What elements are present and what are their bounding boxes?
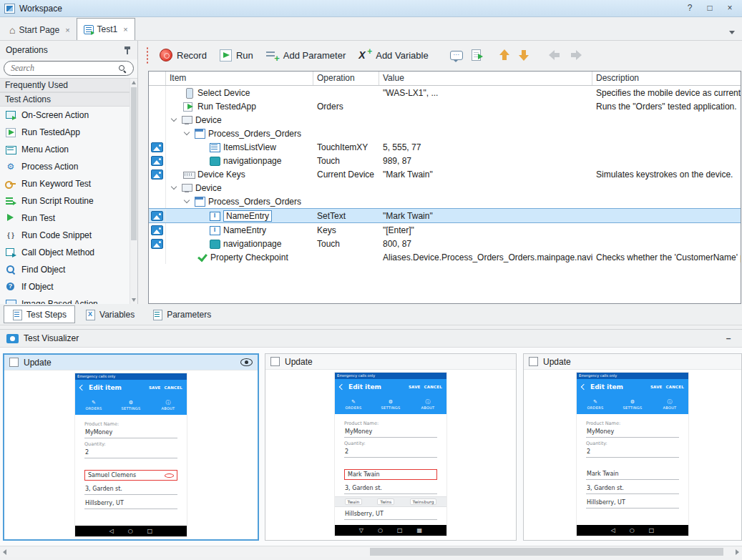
help-button[interactable]: ? — [682, 2, 698, 15]
table-row[interactable]: NameEntry Keys "[Enter]" — [149, 223, 741, 237]
minimize-visualizer-button[interactable]: – — [721, 333, 736, 343]
sidebar-item-run-code-snippet[interactable]: { }Run Code Snippet — [0, 227, 137, 244]
chevron-down-icon[interactable] — [170, 116, 178, 124]
visualizer-thumb-icon[interactable] — [151, 225, 163, 235]
run-testedapp-icon — [183, 102, 195, 111]
close-tab-icon[interactable]: × — [123, 25, 127, 34]
add-comment-button[interactable]: ··· — [446, 48, 467, 63]
column-header-item[interactable]: Item — [166, 72, 313, 85]
search-input[interactable] — [11, 63, 115, 74]
close-button[interactable]: × — [722, 2, 738, 15]
sidebar-item-run-test[interactable]: Run Test — [0, 210, 137, 227]
table-row[interactable]: Device — [149, 113, 741, 127]
visualizer-thumb-icon[interactable] — [151, 142, 163, 152]
group-test-actions[interactable]: Test Actions — [0, 92, 137, 107]
visualizer-thumb-icon[interactable] — [151, 156, 163, 166]
sidebar-item-call-object-method[interactable]: Call Object Method — [0, 244, 137, 261]
app-icon — [4, 4, 15, 14]
indent-left-button[interactable] — [545, 47, 565, 64]
visualizer-panel-header: Update — [4, 355, 258, 370]
table-row[interactable]: Select Device "WAS-LX1", ... Specifies t… — [149, 86, 741, 99]
move-down-button[interactable] — [515, 46, 533, 64]
tab-test1[interactable]: Test1 × — [77, 18, 135, 40]
gutter-cell — [149, 195, 166, 208]
sidebar-item-if-object[interactable]: If Object — [0, 278, 137, 295]
horizontal-scrollbar[interactable] — [0, 546, 742, 557]
column-header-operation[interactable]: Operation — [313, 72, 379, 85]
visualizer-panel[interactable]: Update Emergency calls only Edit item SA… — [265, 353, 517, 541]
chevron-down-icon[interactable] — [170, 184, 178, 192]
tab-list-chevron-icon[interactable] — [729, 31, 735, 34]
run-testedapp-icon — [5, 127, 16, 137]
sidebar-item-run-testedapp[interactable]: Run TestedApp — [0, 124, 137, 141]
eye-icon[interactable] — [240, 358, 253, 366]
scrollbar-thumb[interactable] — [370, 548, 723, 556]
add-parameter-button[interactable]: Add Parameter — [261, 47, 351, 64]
sidebar-item-image-based-action[interactable]: Image Based Action — [0, 295, 137, 304]
update-checkbox[interactable] — [9, 358, 19, 367]
tab-test-steps[interactable]: Test Steps — [4, 305, 75, 323]
table-row[interactable]: ItemsListView TouchItemXY 5, 555, 77 — [149, 140, 741, 154]
group-frequently-used[interactable]: Frequently Used — [0, 78, 137, 92]
visualizer-thumb-icon[interactable] — [151, 211, 163, 221]
close-tab-icon[interactable]: × — [65, 26, 69, 34]
visualizer-panel[interactable]: Update Emergency calls only Edit item SA… — [523, 353, 742, 541]
text-entry-icon — [209, 225, 220, 235]
visualizer-thumb-icon[interactable] — [151, 239, 163, 249]
update-checkbox[interactable] — [270, 357, 280, 366]
table-row[interactable]: Property Checkpoint Aliases.Device.Proce… — [149, 250, 741, 264]
add-parameter-icon — [266, 50, 279, 61]
record-button[interactable]: Record — [155, 46, 212, 64]
text-entry-icon — [209, 211, 220, 220]
sidebar-scrollbar[interactable] — [130, 79, 137, 304]
pin-icon[interactable] — [123, 46, 132, 54]
device-icon — [181, 183, 192, 192]
restore-button[interactable]: □ — [702, 2, 718, 15]
indent-right-button[interactable] — [566, 47, 586, 64]
update-checkbox[interactable] — [529, 357, 538, 366]
tab-start-page[interactable]: ⌂ Start Page × — [3, 19, 77, 40]
copy-step-button[interactable] — [468, 46, 484, 64]
toolbar-drag-handle[interactable] — [146, 46, 149, 64]
search-box[interactable] — [4, 61, 134, 76]
tab-parameters[interactable]: Parameters — [145, 305, 219, 323]
code-snippet-icon: { } — [5, 230, 16, 240]
run-button[interactable]: Run — [215, 46, 258, 64]
sidebar-item-run-keyword-test[interactable]: Run Keyword Test — [0, 175, 137, 192]
table-row[interactable]: Run TestedApp Orders Runs the "Orders" t… — [149, 99, 741, 113]
scroll-down-icon[interactable] — [132, 298, 136, 302]
scroll-right-icon[interactable] — [736, 549, 739, 555]
table-row-selected[interactable]: NameEntry SetText "Mark Twain" — [149, 208, 741, 223]
operations-panel: Operations Frequently Used Test Actions … — [0, 41, 138, 304]
sidebar-item-menu-action[interactable]: Menu Action — [0, 141, 137, 158]
table-row[interactable]: Process_Orders_Orders — [149, 127, 741, 140]
sidebar-item-process-action[interactable]: ⚙Process Action — [0, 158, 137, 175]
scroll-left-icon[interactable] — [3, 549, 6, 555]
visualizer-screenshot[interactable]: Emergency calls only Edit item SAVE CANC… — [4, 370, 258, 539]
table-row[interactable]: Device — [149, 181, 741, 195]
add-variable-button[interactable]: XAdd Variable — [353, 46, 433, 64]
chevron-down-icon[interactable] — [183, 129, 191, 137]
sidebar-item-onscreen-action[interactable]: On-Screen Action — [0, 107, 137, 124]
gutter-cell — [149, 127, 166, 140]
chevron-down-icon[interactable] — [183, 197, 191, 205]
item-name-editbox[interactable]: NameEntry — [223, 210, 272, 222]
operations-title: Operations — [6, 45, 48, 55]
sidebar-item-run-script-routine[interactable]: Run Script Routine — [0, 192, 137, 210]
table-row[interactable]: navigationpage Touch 800, 87 — [149, 237, 741, 250]
table-row[interactable]: Process_Orders_Orders — [149, 195, 741, 208]
column-header-description[interactable]: Description — [592, 72, 741, 85]
sidebar-item-find-object[interactable]: Find Object — [0, 261, 137, 278]
visualizer-panel[interactable]: Update Emergency calls only Edit item SA… — [3, 353, 259, 541]
tab-variables[interactable]: Variables — [77, 305, 142, 323]
visualizer-thumb-icon[interactable] — [151, 170, 163, 180]
scroll-up-icon[interactable] — [132, 81, 136, 84]
window-title: Workspace — [19, 4, 678, 14]
table-row[interactable]: Device Keys Current Device "Mark Twain" … — [149, 167, 741, 181]
column-header-value[interactable]: Value — [379, 72, 592, 85]
visualizer-screenshot[interactable]: Emergency calls only Edit item SAVE CANC… — [524, 370, 741, 540]
visualizer-screenshot[interactable]: Emergency calls only Edit item SAVE CANC… — [265, 370, 516, 540]
table-row[interactable]: navigationpage Touch 989, 87 — [149, 154, 741, 167]
scrollbar-thumb[interactable] — [131, 87, 137, 240]
move-up-button[interactable] — [496, 46, 514, 64]
